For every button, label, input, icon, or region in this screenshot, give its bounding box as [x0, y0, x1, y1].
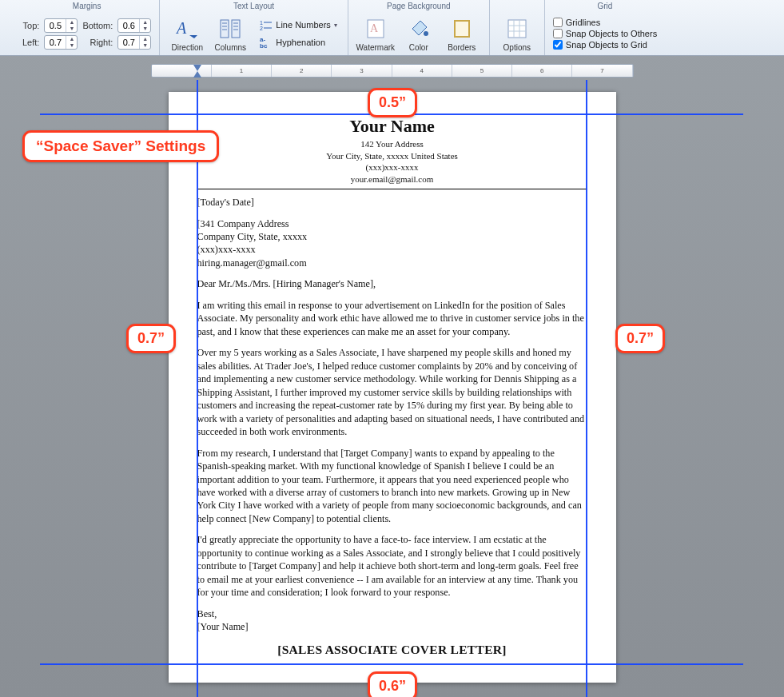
- signature: [Your Name]: [197, 620, 587, 633]
- workspace: 1 2 3 4 5 6 7 Your Name 142 Your Address…: [0, 56, 784, 697]
- body-p2: Over my 5 years working as a Sales Assoc…: [197, 346, 587, 438]
- margin-guide-bottom: [40, 663, 743, 665]
- direction-button[interactable]: A Direction: [168, 14, 206, 54]
- grid-options-icon: [504, 16, 530, 42]
- columns-button[interactable]: Columns: [211, 14, 249, 54]
- indent-marker-bottom-icon[interactable]: [193, 71, 201, 79]
- svg-rect-2: [232, 20, 240, 38]
- hyphenation-icon: a-bc: [260, 36, 273, 49]
- group-text-layout-title: Text Layout: [168, 2, 339, 10]
- line-numbers-icon: 12: [260, 18, 273, 31]
- body-p4: I'd greatly appreciate the opportunity t…: [197, 533, 587, 599]
- borders-button[interactable]: Borders: [443, 14, 481, 54]
- gridlines-input[interactable]: [553, 18, 563, 27]
- callout-margin-bottom: 0.6”: [368, 671, 417, 697]
- svg-text:A: A: [175, 19, 187, 37]
- document-page[interactable]: Your Name 142 Your Address Your City, St…: [169, 92, 616, 683]
- margin-right-input[interactable]: ▲▼: [117, 35, 151, 50]
- group-options: Options: [490, 0, 545, 55]
- body-p1: I am writing this email in response to y…: [197, 299, 587, 338]
- ruler-marks: 1 2 3 4 5 6 7: [152, 65, 633, 77]
- watermark-icon: A: [363, 16, 388, 42]
- header-rule: [197, 189, 587, 189]
- group-grid: Grid Gridlines Snap Objects to Others Sn…: [545, 0, 665, 55]
- columns-icon: [217, 16, 243, 42]
- margin-bottom-input[interactable]: ▲▼: [117, 18, 151, 33]
- svg-text:bc: bc: [260, 42, 268, 49]
- header-email: your.email@gmail.com: [197, 173, 587, 185]
- margins-grid: Top: ▲▼ Bottom: ▲▼ Left: ▲▼ Right:: [22, 18, 151, 50]
- paint-bucket-icon: [406, 16, 432, 42]
- label-right: Right:: [82, 38, 113, 47]
- margin-guide-left: [197, 80, 198, 697]
- callout-margin-left: 0.7”: [126, 324, 176, 353]
- watermark-button[interactable]: A Watermark: [356, 14, 395, 54]
- company-email: hiring.manager@gmail.com: [197, 257, 587, 269]
- svg-text:A: A: [370, 22, 379, 34]
- label-top: Top:: [22, 21, 39, 30]
- svg-rect-1: [221, 20, 229, 38]
- svg-marker-24: [193, 65, 201, 71]
- snap-others-input[interactable]: [553, 29, 563, 38]
- svg-rect-18: [455, 21, 469, 37]
- svg-text:2: 2: [260, 26, 263, 31]
- letter-header: Your Name 142 Your Address Your City, St…: [197, 114, 587, 185]
- callout-margin-right: 0.7”: [615, 324, 665, 353]
- callout-space-saver: “Space Saver” Settings: [22, 130, 219, 162]
- ribbon: Margins Top: ▲▼ Bottom: ▲▼ Left: ▲▼ Rig: [0, 0, 784, 56]
- page-color-button[interactable]: Color: [400, 14, 438, 54]
- group-margins-title: Margins: [22, 2, 151, 10]
- company-addr1: [341 Company Address: [197, 217, 587, 230]
- label-left: Left:: [22, 38, 39, 47]
- signoff: Best,: [197, 607, 587, 620]
- header-addr1: 142 Your Address: [197, 138, 587, 150]
- chevron-down-icon: ▾: [334, 22, 337, 29]
- stepper-arrows[interactable]: ▲▼: [66, 19, 77, 32]
- label-bottom: Bottom:: [82, 21, 113, 30]
- margin-guide-right: [586, 80, 587, 697]
- header-addr2: Your City, State, xxxxx United States: [197, 150, 587, 162]
- options-button[interactable]: Options: [498, 14, 536, 54]
- group-page-background-title: Page Background: [356, 2, 481, 10]
- group-margins: Margins Top: ▲▼ Bottom: ▲▼ Left: ▲▼ Rig: [14, 0, 160, 55]
- svg-rect-19: [508, 20, 526, 38]
- header-name: Your Name: [197, 114, 587, 138]
- horizontal-ruler[interactable]: 1 2 3 4 5 6 7: [151, 64, 634, 78]
- group-page-background: Page Background A Watermark Color Border…: [348, 0, 490, 55]
- svg-text:1: 1: [260, 20, 263, 26]
- company-phone: (xxx)xxx-xxxx: [197, 243, 587, 256]
- svg-marker-25: [193, 71, 201, 78]
- date-line: [Today's Date]: [197, 196, 587, 209]
- header-phone: (xxx)xxx-xxxx: [197, 161, 587, 173]
- borders-icon: [449, 16, 475, 42]
- group-text-layout: Text Layout A Direction Columns 12: [160, 0, 348, 55]
- snap-grid-input[interactable]: [553, 40, 563, 50]
- body-p3: From my research, I understand that [Tar…: [197, 447, 587, 526]
- margin-left-input[interactable]: ▲▼: [44, 35, 78, 50]
- group-grid-title: Grid: [553, 2, 657, 10]
- line-numbers-button[interactable]: 12 Line Numbers ▾: [257, 18, 339, 32]
- salutation: Dear Mr./Ms./Mrs. [Hiring Manager's Name…: [197, 277, 587, 290]
- svg-point-17: [424, 31, 428, 36]
- gridlines-checkbox[interactable]: Gridlines: [553, 18, 657, 27]
- direction-icon: A: [174, 16, 200, 42]
- footer-title: [SALES ASSOCIATE COVER LETTER]: [197, 642, 587, 659]
- snap-others-checkbox[interactable]: Snap Objects to Others: [553, 29, 657, 38]
- callout-margin-top: 0.5”: [368, 88, 417, 117]
- hyphenation-button[interactable]: a-bc Hyphenation: [257, 35, 339, 50]
- company-addr2: Company City, State, xxxxx: [197, 230, 587, 243]
- snap-grid-checkbox[interactable]: Snap Objects to Grid: [553, 40, 657, 50]
- margin-top-input[interactable]: ▲▼: [44, 18, 78, 33]
